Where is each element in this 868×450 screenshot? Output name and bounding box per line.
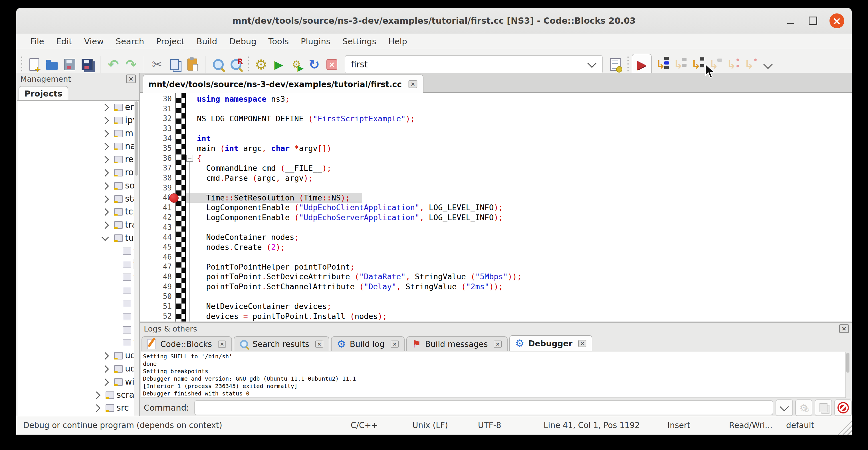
line-number[interactable]: 31: [140, 104, 175, 113]
editor-tab-close-icon[interactable]: ×: [409, 81, 417, 88]
line-number[interactable]: 33: [140, 124, 175, 133]
chevron-down-icon[interactable]: [101, 233, 109, 241]
tree-item-udp[interactable]: udp: [18, 349, 138, 362]
command-input[interactable]: [194, 400, 773, 415]
chevron-right-icon[interactable]: [101, 130, 109, 138]
stop-debugger-button[interactable]: [834, 399, 852, 416]
tree-item-se[interactable]: se: [18, 310, 138, 323]
logs-tab-build-messages[interactable]: ⚑Build messages×: [406, 336, 508, 351]
step-into-icon[interactable]: ↳: [687, 55, 705, 74]
line-number[interactable]: 44: [140, 233, 175, 242]
undo-icon[interactable]: ↶: [104, 55, 122, 74]
copy-icon[interactable]: [166, 55, 183, 74]
cut-icon[interactable]: ✂: [148, 55, 166, 74]
logs-close-icon[interactable]: ×: [839, 324, 849, 333]
tree-scrollbar[interactable]: [134, 101, 139, 421]
tree-item-rout[interactable]: rout: [18, 166, 138, 179]
tree-item-src[interactable]: src: [18, 401, 138, 415]
tree-item-th[interactable]: th: [18, 336, 138, 349]
chevron-right-icon[interactable]: [101, 182, 109, 190]
line-number[interactable]: 38: [140, 174, 175, 182]
build-target-input[interactable]: [345, 59, 589, 69]
build-icon[interactable]: ⚙: [252, 55, 270, 74]
code-editor[interactable]: 30using namespace ns3;3132NS_LOG_COMPONE…: [140, 93, 852, 322]
run-icon[interactable]: ▶: [270, 55, 288, 74]
logs-tab-search-results[interactable]: Search results×: [234, 336, 329, 351]
tab-close-icon[interactable]: ×: [391, 341, 399, 348]
line-number[interactable]: 42: [140, 213, 175, 221]
find-replace-icon[interactable]: R: [227, 55, 245, 74]
new-file-icon[interactable]: [25, 55, 43, 74]
tree-item-wire[interactable]: wire: [18, 376, 138, 389]
line-number[interactable]: 35: [140, 144, 175, 152]
tree-item-erro[interactable]: erro: [18, 101, 138, 114]
chevron-right-icon[interactable]: [101, 378, 109, 386]
fold-toggle-icon[interactable]: [186, 155, 193, 161]
line-number[interactable]: 46: [140, 253, 175, 261]
menu-file[interactable]: File: [24, 36, 50, 46]
tree-item-stat[interactable]: stat: [18, 192, 138, 206]
maximize-button[interactable]: [806, 13, 820, 28]
menu-help[interactable]: Help: [382, 36, 413, 46]
debug-continue-button[interactable]: ▶: [632, 54, 652, 76]
logs-tab-debugger[interactable]: ⚙Debugger×: [509, 335, 592, 351]
minimize-button[interactable]: [783, 13, 798, 28]
tab-close-icon[interactable]: ×: [494, 341, 502, 348]
line-number[interactable]: 34: [140, 134, 175, 143]
paste-icon[interactable]: [183, 55, 201, 74]
command-history-dropdown[interactable]: [776, 399, 793, 416]
toolbar-gripper[interactable]: [627, 55, 629, 74]
tree-item-fif[interactable]: fif: [18, 245, 138, 258]
tree-item-he[interactable]: he: [18, 284, 138, 297]
chevron-right-icon[interactable]: [101, 156, 109, 163]
next-line-icon[interactable]: ↳: [670, 55, 687, 74]
build-target-combo[interactable]: [345, 55, 602, 74]
line-number[interactable]: 41: [140, 203, 175, 212]
close-button[interactable]: ×: [830, 13, 844, 28]
line-number[interactable]: 48: [140, 272, 175, 281]
tree-item-udp-[interactable]: udp-: [18, 362, 138, 376]
chevron-down-icon[interactable]: [587, 59, 597, 68]
line-number[interactable]: 45: [140, 243, 175, 251]
target-list-icon[interactable]: [607, 55, 624, 74]
rebuild-icon[interactable]: ↻: [305, 55, 323, 74]
tree-item-fir[interactable]: fir: [18, 258, 138, 271]
chevron-right-icon[interactable]: [101, 103, 109, 111]
save-icon[interactable]: [61, 55, 79, 74]
line-number[interactable]: 52: [140, 312, 175, 320]
toolbar-gripper[interactable]: [20, 55, 23, 74]
tree-item-reall[interactable]: reall: [18, 153, 138, 166]
chevron-right-icon[interactable]: [101, 365, 109, 373]
tree-item-sock[interactable]: sock: [18, 179, 138, 192]
resize-grip[interactable]: [836, 419, 852, 434]
chevron-right-icon[interactable]: [101, 117, 109, 124]
line-number[interactable]: 51: [140, 302, 175, 311]
menu-debug[interactable]: Debug: [223, 36, 262, 46]
line-number[interactable]: 50: [140, 292, 175, 301]
tab-projects[interactable]: Projects: [19, 86, 68, 101]
abort-build-icon[interactable]: ×: [323, 55, 341, 74]
line-number[interactable]: 37: [140, 163, 175, 172]
chevron-right-icon[interactable]: [101, 221, 109, 229]
tab-close-icon[interactable]: ×: [315, 341, 323, 348]
tree-item-mat[interactable]: mat: [18, 127, 138, 140]
menu-project[interactable]: Project: [150, 36, 190, 46]
management-close-icon[interactable]: ×: [126, 74, 136, 83]
editor-tab-first-cc[interactable]: mnt/dev/tools/source/ns-3-dev/examples/t…: [143, 74, 424, 93]
tree-item-tuto[interactable]: tuto: [18, 232, 138, 245]
build-and-run-icon[interactable]: ⚙▶: [288, 55, 305, 74]
chevron-right-icon[interactable]: [101, 208, 109, 216]
menu-settings[interactable]: Settings: [336, 36, 382, 46]
toolbar-overflow-chevron-icon[interactable]: [763, 60, 773, 69]
logs-tab-build-log[interactable]: ⚙Build log×: [331, 336, 405, 351]
open-file-icon[interactable]: [43, 55, 61, 74]
run-to-cursor-icon[interactable]: ↳: [652, 55, 670, 74]
tab-close-icon[interactable]: ×: [578, 340, 586, 347]
breakpoint-marker[interactable]: [169, 193, 179, 203]
tree-item-si[interactable]: si: [18, 323, 138, 336]
logs-tab-code-blocks[interactable]: Code::Blocks×: [142, 336, 232, 351]
tab-close-icon[interactable]: ×: [218, 341, 226, 348]
line-number[interactable]: 43: [140, 223, 175, 232]
find-icon[interactable]: [210, 55, 227, 74]
line-number[interactable]: 30: [140, 94, 175, 103]
